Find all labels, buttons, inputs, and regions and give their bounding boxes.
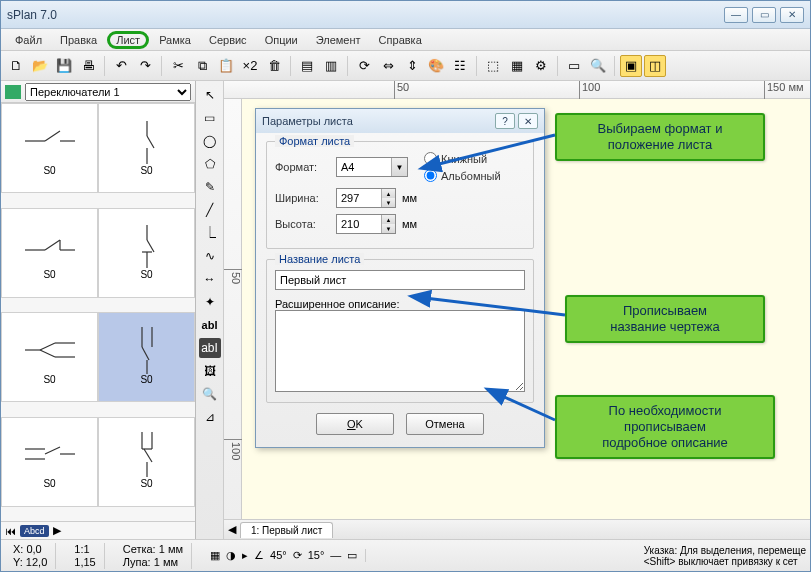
flag-icon[interactable]: ▸ xyxy=(242,549,248,562)
menubar: Файл Правка Лист Рамка Сервис Опции Элем… xyxy=(1,29,810,51)
dialog-help-button[interactable]: ? xyxy=(495,113,515,129)
sheet-desc-textarea[interactable] xyxy=(275,310,525,392)
redo-icon[interactable]: ↷ xyxy=(134,55,156,77)
tool-a-icon[interactable]: ▣ xyxy=(620,55,642,77)
align-left-icon[interactable]: ▤ xyxy=(296,55,318,77)
nav-first-icon[interactable]: ⏮ xyxy=(5,525,16,537)
flip-v-icon[interactable]: ⇕ xyxy=(401,55,423,77)
sheet-tabbar: ◀ 1: Первый лист xyxy=(224,519,810,539)
component-icon[interactable]: ⚙ xyxy=(530,55,552,77)
align-right-icon[interactable]: ▥ xyxy=(320,55,342,77)
menu-sheet[interactable]: Лист xyxy=(107,31,149,49)
dialog-close-button[interactable]: ✕ xyxy=(518,113,538,129)
ruler-horizontal: 50 100 150 мм xyxy=(224,81,810,99)
select-rect-icon[interactable]: ⬚ xyxy=(482,55,504,77)
save-icon[interactable]: 💾 xyxy=(53,55,75,77)
open-icon[interactable]: 📂 xyxy=(29,55,51,77)
orient-landscape-radio[interactable]: Альбомный xyxy=(424,169,479,182)
status-scale: 1:1 1,15 xyxy=(66,543,104,569)
layers-icon[interactable]: ☷ xyxy=(449,55,471,77)
x2-icon[interactable]: ×2 xyxy=(239,55,261,77)
maximize-button[interactable]: ▭ xyxy=(752,7,776,23)
sheet-tab[interactable]: 1: Первый лист xyxy=(240,522,333,538)
library-selector[interactable]: Переключатели 1 xyxy=(25,83,191,101)
rotate-icon[interactable]: ⟳ xyxy=(353,55,375,77)
angle2-icon[interactable]: ⟳ xyxy=(293,549,302,562)
grid-toggle-icon[interactable]: ▦ xyxy=(210,549,220,562)
snap-toggle-icon[interactable]: ◑ xyxy=(226,549,236,562)
group-format-title: Формат листа xyxy=(275,135,354,147)
nav-next-icon[interactable]: ▶ xyxy=(53,524,61,537)
menu-service[interactable]: Сервис xyxy=(201,32,255,48)
cancel-button[interactable]: Отмена xyxy=(406,413,484,435)
orient-portrait-radio[interactable]: Книжный xyxy=(424,152,479,165)
menu-help[interactable]: Справка xyxy=(371,32,430,48)
undo-icon[interactable]: ↶ xyxy=(110,55,132,77)
print-icon[interactable]: 🖶 xyxy=(77,55,99,77)
format-combo[interactable]: A4 ▼ xyxy=(336,157,408,177)
delete-icon[interactable]: 🗑 xyxy=(263,55,285,77)
palette-icon[interactable]: 🎨 xyxy=(425,55,447,77)
page-icon[interactable]: ▭ xyxy=(563,55,585,77)
library-cell[interactable]: S0 xyxy=(1,312,98,402)
height-spinner[interactable]: 210 ▲▼ xyxy=(336,214,396,234)
library-cell[interactable]: S0 xyxy=(98,103,195,193)
bezier-icon[interactable]: ∿ xyxy=(199,246,221,266)
image-icon[interactable]: 🖼 xyxy=(199,361,221,381)
tool-b-icon[interactable]: ◫ xyxy=(644,55,666,77)
svg-line-4 xyxy=(147,136,154,148)
circle-icon[interactable]: ◯ xyxy=(199,131,221,151)
line-style-icon[interactable]: — xyxy=(330,549,341,562)
svg-line-21 xyxy=(142,347,149,360)
menu-file[interactable]: Файл xyxy=(7,32,50,48)
library-cell[interactable]: S0 xyxy=(98,417,195,507)
flip-h-icon[interactable]: ⇔ xyxy=(377,55,399,77)
width-spinner[interactable]: 297 ▲▼ xyxy=(336,188,396,208)
node-icon[interactable]: ✦ xyxy=(199,292,221,312)
new-icon[interactable]: 🗋 xyxy=(5,55,27,77)
cut-icon[interactable]: ✂ xyxy=(167,55,189,77)
menu-options[interactable]: Опции xyxy=(257,32,306,48)
close-button[interactable]: ✕ xyxy=(780,7,804,23)
sheet-name-input[interactable] xyxy=(275,270,525,290)
list-icon[interactable]: ▦ xyxy=(506,55,528,77)
paste-icon[interactable]: 📋 xyxy=(215,55,237,77)
text-icon[interactable]: abI xyxy=(199,315,221,335)
search-icon[interactable]: 🔍 xyxy=(587,55,609,77)
rect-icon[interactable]: ▭ xyxy=(199,108,221,128)
ruler-vertical: 50 100 xyxy=(224,99,242,519)
angle1-icon[interactable]: ∠ xyxy=(254,549,264,562)
freeform-icon[interactable]: ✎ xyxy=(199,177,221,197)
status-hint: Указка: Для выделения, перемеще <Shift> … xyxy=(644,545,806,567)
library-cell[interactable]: S0 xyxy=(1,103,98,193)
library-cell[interactable]: S0 xyxy=(98,208,195,298)
chevron-down-icon[interactable]: ▼ xyxy=(391,158,407,176)
titlebar: sPlan 7.0 — ▭ ✕ xyxy=(1,1,810,29)
library-chip[interactable]: Abcd xyxy=(20,525,49,537)
line-icon[interactable]: ╱ xyxy=(199,200,221,220)
svg-line-1 xyxy=(45,131,60,141)
sheet-properties-dialog: Параметры листа ? ✕ Формат листа Формат:… xyxy=(255,108,545,448)
tool-column: ↖ ▭ ◯ ⬠ ✎ ╱ ⎿ ∿ ↔ ✦ abI abI 🖼 🔍 ⊿ xyxy=(196,81,224,539)
tab-prev-icon[interactable]: ◀ xyxy=(228,523,236,536)
rect-style-icon[interactable]: ▭ xyxy=(347,549,357,562)
measure-icon[interactable]: ⊿ xyxy=(199,407,221,427)
polyline-icon[interactable]: ⎿ xyxy=(199,223,221,243)
library-cell[interactable]: S0 xyxy=(1,208,98,298)
zoom-icon[interactable]: 🔍 xyxy=(199,384,221,404)
poly-icon[interactable]: ⬠ xyxy=(199,154,221,174)
ok-button[interactable]: OK xyxy=(316,413,394,435)
library-cell-selected[interactable]: S0 xyxy=(98,312,195,402)
desc-label: Расширенное описание: xyxy=(275,298,525,310)
minimize-button[interactable]: — xyxy=(724,7,748,23)
menu-edit[interactable]: Правка xyxy=(52,32,105,48)
textblock-icon[interactable]: abI xyxy=(199,338,221,358)
menu-element[interactable]: Элемент xyxy=(308,32,369,48)
menu-frame[interactable]: Рамка xyxy=(151,32,199,48)
library-cell[interactable]: S0 xyxy=(1,417,98,507)
copy-icon[interactable]: ⧉ xyxy=(191,55,213,77)
dialog-title: Параметры листа xyxy=(262,115,492,127)
svg-line-16 xyxy=(40,350,55,357)
dimension-icon[interactable]: ↔ xyxy=(199,269,221,289)
pointer-icon[interactable]: ↖ xyxy=(199,85,221,105)
